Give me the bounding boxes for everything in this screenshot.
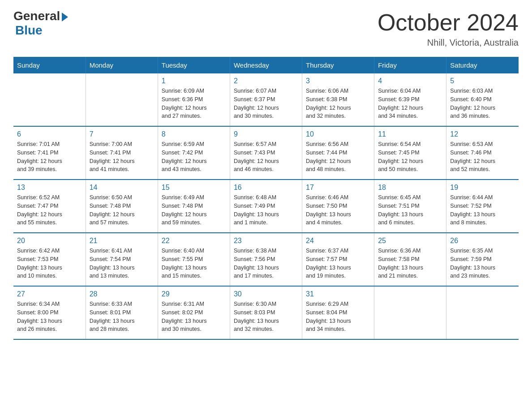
calendar-cell: 15Sunrise: 6:49 AMSunset: 7:48 PMDayligh… [158,180,230,233]
calendar-cell: 10Sunrise: 6:56 AMSunset: 7:44 PMDayligh… [302,126,374,180]
column-header-monday: Monday [86,57,158,73]
calendar-cell: 27Sunrise: 6:34 AMSunset: 8:00 PMDayligh… [13,286,86,339]
logo-general-text: General [13,9,60,23]
day-number: 16 [234,184,298,192]
logo: General Blue [13,9,68,38]
calendar-cell: 21Sunrise: 6:41 AMSunset: 7:54 PMDayligh… [86,233,158,286]
calendar-cell: 18Sunrise: 6:45 AMSunset: 7:51 PMDayligh… [374,180,446,233]
day-number: 28 [90,290,154,298]
logo-blue-text: Blue [15,23,43,38]
column-header-saturday: Saturday [446,57,519,73]
day-info: Sunrise: 6:07 AMSunset: 6:37 PMDaylight:… [234,87,298,120]
day-info: Sunrise: 6:38 AMSunset: 7:56 PMDaylight:… [234,247,298,280]
day-number: 8 [162,130,226,138]
day-info: Sunrise: 6:53 AMSunset: 7:46 PMDaylight:… [450,140,515,174]
column-header-tuesday: Tuesday [158,57,230,73]
day-number: 15 [162,184,226,192]
day-info: Sunrise: 6:54 AMSunset: 7:45 PMDaylight:… [378,140,442,174]
calendar-cell: 20Sunrise: 6:42 AMSunset: 7:53 PMDayligh… [13,233,86,286]
calendar-cell [374,286,446,339]
calendar-cell: 16Sunrise: 6:48 AMSunset: 7:49 PMDayligh… [230,180,302,233]
calendar-week-5: 27Sunrise: 6:34 AMSunset: 8:00 PMDayligh… [13,286,519,339]
day-number: 7 [90,130,154,138]
calendar-cell: 14Sunrise: 6:50 AMSunset: 7:48 PMDayligh… [86,180,158,233]
day-number: 27 [17,290,82,298]
day-number: 22 [162,237,226,245]
calendar-cell: 7Sunrise: 7:00 AMSunset: 7:41 PMDaylight… [86,126,158,180]
calendar-week-2: 6Sunrise: 7:01 AMSunset: 7:41 PMDaylight… [13,126,519,180]
calendar-cell: 30Sunrise: 6:30 AMSunset: 8:03 PMDayligh… [230,286,302,339]
day-number: 24 [306,237,370,245]
calendar-cell [13,73,86,126]
calendar-cell: 9Sunrise: 6:57 AMSunset: 7:43 PMDaylight… [230,126,302,180]
day-info: Sunrise: 6:56 AMSunset: 7:44 PMDaylight:… [306,140,370,174]
calendar-cell: 25Sunrise: 6:36 AMSunset: 7:58 PMDayligh… [374,233,446,286]
calendar-week-3: 13Sunrise: 6:52 AMSunset: 7:47 PMDayligh… [13,180,519,233]
day-info: Sunrise: 7:00 AMSunset: 7:41 PMDaylight:… [90,140,154,174]
day-number: 19 [450,184,515,192]
column-header-sunday: Sunday [13,57,86,73]
day-info: Sunrise: 6:42 AMSunset: 7:53 PMDaylight:… [17,247,82,280]
day-number: 29 [162,290,226,298]
day-number: 12 [450,130,515,138]
day-number: 11 [378,130,442,138]
day-number: 23 [234,237,298,245]
day-info: Sunrise: 6:45 AMSunset: 7:51 PMDaylight:… [378,193,442,227]
calendar-cell: 24Sunrise: 6:37 AMSunset: 7:57 PMDayligh… [302,233,374,286]
day-info: Sunrise: 6:06 AMSunset: 6:38 PMDaylight:… [306,87,370,120]
day-info: Sunrise: 6:57 AMSunset: 7:43 PMDaylight:… [234,140,298,174]
day-info: Sunrise: 6:40 AMSunset: 7:55 PMDaylight:… [162,247,226,280]
calendar-cell: 4Sunrise: 6:04 AMSunset: 6:39 PMDaylight… [374,73,446,126]
calendar-cell: 11Sunrise: 6:54 AMSunset: 7:45 PMDayligh… [374,126,446,180]
day-number: 14 [90,184,154,192]
calendar-cell: 6Sunrise: 7:01 AMSunset: 7:41 PMDaylight… [13,126,86,180]
day-number: 3 [306,77,370,85]
day-number: 2 [234,77,298,85]
day-number: 20 [17,237,82,245]
day-info: Sunrise: 6:30 AMSunset: 8:03 PMDaylight:… [234,300,298,334]
day-number: 18 [378,184,442,192]
day-number: 10 [306,130,370,138]
day-info: Sunrise: 6:44 AMSunset: 7:52 PMDaylight:… [450,193,515,227]
calendar-cell: 13Sunrise: 6:52 AMSunset: 7:47 PMDayligh… [13,180,86,233]
day-info: Sunrise: 6:04 AMSunset: 6:39 PMDaylight:… [378,87,442,120]
day-number: 4 [378,77,442,85]
day-info: Sunrise: 6:37 AMSunset: 7:57 PMDaylight:… [306,247,370,280]
day-number: 25 [378,237,442,245]
day-number: 26 [450,237,515,245]
day-info: Sunrise: 6:59 AMSunset: 7:42 PMDaylight:… [162,140,226,174]
calendar-cell: 5Sunrise: 6:03 AMSunset: 6:40 PMDaylight… [446,73,519,126]
day-number: 17 [306,184,370,192]
calendar-cell: 22Sunrise: 6:40 AMSunset: 7:55 PMDayligh… [158,233,230,286]
day-info: Sunrise: 6:29 AMSunset: 8:04 PMDaylight:… [306,300,370,334]
day-info: Sunrise: 7:01 AMSunset: 7:41 PMDaylight:… [17,140,82,174]
column-header-thursday: Thursday [302,57,374,73]
logo-arrow-icon [62,13,68,21]
calendar-cell: 2Sunrise: 6:07 AMSunset: 6:37 PMDaylight… [230,73,302,126]
page-header: General Blue October 2024 Nhill, Victori… [13,9,519,48]
calendar-cell [446,286,519,339]
calendar-cell: 3Sunrise: 6:06 AMSunset: 6:38 PMDaylight… [302,73,374,126]
day-info: Sunrise: 6:03 AMSunset: 6:40 PMDaylight:… [450,87,515,120]
day-number: 1 [162,77,226,85]
day-number: 6 [17,130,82,138]
day-info: Sunrise: 6:33 AMSunset: 8:01 PMDaylight:… [90,300,154,334]
column-header-wednesday: Wednesday [230,57,302,73]
calendar-table: SundayMondayTuesdayWednesdayThursdayFrid… [13,57,519,340]
title-section: October 2024 Nhill, Victoria, Australia [378,9,519,48]
calendar-cell: 23Sunrise: 6:38 AMSunset: 7:56 PMDayligh… [230,233,302,286]
day-number: 31 [306,290,370,298]
calendar-cell: 17Sunrise: 6:46 AMSunset: 7:50 PMDayligh… [302,180,374,233]
day-number: 9 [234,130,298,138]
calendar-cell: 8Sunrise: 6:59 AMSunset: 7:42 PMDaylight… [158,126,230,180]
day-info: Sunrise: 6:09 AMSunset: 6:36 PMDaylight:… [162,87,226,120]
calendar-cell: 1Sunrise: 6:09 AMSunset: 6:36 PMDaylight… [158,73,230,126]
page-subtitle: Nhill, Victoria, Australia [378,38,519,48]
day-info: Sunrise: 6:48 AMSunset: 7:49 PMDaylight:… [234,193,298,227]
day-info: Sunrise: 6:31 AMSunset: 8:02 PMDaylight:… [162,300,226,334]
day-number: 5 [450,77,515,85]
page-title: October 2024 [378,9,519,36]
day-info: Sunrise: 6:52 AMSunset: 7:47 PMDaylight:… [17,193,82,227]
day-info: Sunrise: 6:36 AMSunset: 7:58 PMDaylight:… [378,247,442,280]
day-info: Sunrise: 6:50 AMSunset: 7:48 PMDaylight:… [90,193,154,227]
